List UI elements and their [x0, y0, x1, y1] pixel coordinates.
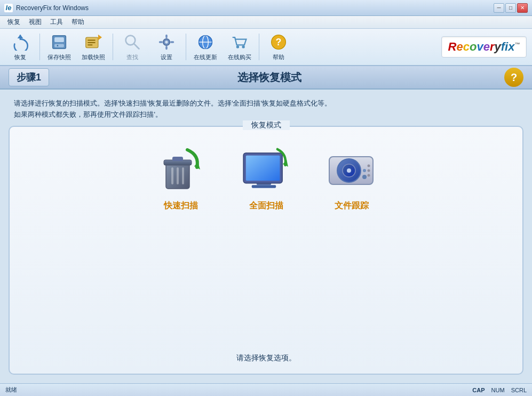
svg-point-42	[362, 175, 367, 179]
menu-help[interactable]: 帮助	[67, 17, 89, 28]
status-text: 就绪	[5, 386, 472, 394]
menu-restore[interactable]: 恢复	[3, 17, 25, 28]
svg-point-44	[367, 165, 370, 167]
toolbar-restore-button[interactable]: 恢复	[4, 31, 36, 63]
help-icon: ?	[269, 33, 288, 52]
svg-line-11	[134, 44, 139, 49]
full-scan-label: 全面扫描	[249, 200, 283, 212]
svg-text:?: ?	[276, 37, 282, 47]
close-button[interactable]: ✕	[517, 3, 528, 13]
svg-rect-14	[165, 35, 168, 38]
buy-icon	[230, 33, 249, 52]
settings-icon	[157, 33, 176, 52]
svg-point-22	[236, 45, 239, 48]
sep3	[186, 34, 186, 60]
menu-view[interactable]: 视图	[25, 17, 46, 28]
toolbar-find-label: 查找	[126, 53, 138, 61]
maximize-button[interactable]: □	[505, 3, 516, 13]
svg-rect-36	[245, 155, 280, 180]
quick-scan-icon	[154, 146, 208, 194]
file-trace-option[interactable]: 文件跟踪	[325, 146, 378, 212]
restore-icon	[11, 33, 30, 52]
svg-rect-34	[251, 185, 275, 188]
step-title: 选择恢复模式	[58, 70, 481, 85]
description-line2: 如果两种模式都失败，那再使用'文件跟踪扫描'。	[14, 110, 162, 118]
bottom-text: 请选择恢复选项。	[18, 347, 514, 365]
toolbar-load-snapshot-label: 加载快照	[82, 53, 105, 61]
svg-point-46	[367, 174, 370, 177]
step-number: 步骤1	[9, 68, 49, 86]
status-indicators: CAP NUM SCRL	[472, 387, 527, 393]
toolbar-load-snapshot-button[interactable]: 加载快照	[77, 31, 109, 63]
toolbar-help-label: 帮助	[273, 53, 284, 61]
panel-title: 恢复模式	[243, 120, 290, 130]
toolbar-buy-button[interactable]: 在线购买	[224, 31, 256, 63]
save-snapshot-icon	[50, 33, 69, 52]
toolbar-help-button[interactable]: ? 帮助	[263, 31, 295, 63]
menu-tools[interactable]: 工具	[46, 17, 67, 28]
toolbar-find-button[interactable]: 查找	[116, 31, 148, 63]
menu-bar: 恢复 视图 工具 帮助	[0, 16, 532, 29]
svg-rect-4	[57, 45, 59, 46]
svg-rect-16	[159, 41, 163, 43]
svg-point-23	[242, 45, 244, 48]
toolbar-save-snapshot-button[interactable]: 保存快照	[43, 31, 75, 63]
quick-scan-option[interactable]: 快速扫描	[154, 146, 208, 212]
app-icon: Ie	[4, 4, 13, 12]
recovery-options: 快速扫描	[18, 135, 514, 347]
toolbar-update-label: 在线更新	[194, 53, 217, 61]
toolbar-settings-label: 设置	[161, 53, 172, 61]
window-controls: ─ □ ✕	[494, 3, 528, 13]
file-trace-icon	[325, 146, 378, 194]
sep1	[39, 34, 40, 60]
num-indicator: NUM	[491, 387, 505, 393]
toolbar-save-snapshot-label: 保存快照	[47, 53, 71, 61]
svg-point-13	[165, 41, 168, 43]
scrl-indicator: SCRL	[511, 387, 527, 393]
toolbar-buy-label: 在线购买	[228, 53, 251, 61]
description-line1: 请选择进行恢复的扫描模式。选择'快速扫描'恢复最近删除的文件。选择'全面扫描'恢…	[14, 99, 331, 107]
quick-scan-label: 快速扫描	[164, 200, 198, 212]
svg-marker-6	[98, 35, 102, 41]
status-bar: 就绪 CAP NUM SCRL	[0, 383, 532, 396]
svg-point-41	[347, 168, 351, 173]
svg-rect-3	[54, 44, 64, 47]
svg-marker-0	[18, 35, 23, 38]
file-trace-label: 文件跟踪	[335, 200, 369, 212]
app-logo: Recoveryfix™	[441, 31, 527, 62]
window-title: RecoveryFix for Windows	[16, 4, 494, 12]
toolbar-restore-label: 恢复	[14, 53, 26, 61]
svg-rect-15	[165, 46, 168, 50]
recovery-panel: 恢复模式	[9, 126, 523, 375]
sep4	[259, 34, 259, 60]
toolbar-settings-button[interactable]: 设置	[150, 31, 182, 63]
main-content: 请选择进行恢复的扫描模式。选择'快速扫描'恢复最近删除的文件。选择'全面扫描'恢…	[0, 90, 532, 383]
find-icon	[123, 33, 142, 52]
svg-point-45	[367, 169, 370, 172]
cap-indicator: CAP	[472, 387, 485, 393]
toolbar-update-button[interactable]: 在线更新	[189, 31, 221, 63]
full-scan-option[interactable]: 全面扫描	[240, 146, 293, 212]
svg-rect-2	[54, 37, 64, 42]
toolbar: 恢复 保存快照 加载快照	[0, 29, 532, 66]
title-bar: Ie RecoveryFix for Windows ─ □ ✕	[0, 0, 532, 16]
svg-point-43	[363, 169, 366, 172]
sep2	[113, 34, 113, 60]
minimize-button[interactable]: ─	[494, 3, 504, 13]
load-snapshot-icon	[84, 33, 103, 52]
description: 请选择进行恢复的扫描模式。选择'快速扫描'恢复最近删除的文件。选择'全面扫描'恢…	[9, 98, 523, 120]
full-scan-icon	[240, 146, 293, 194]
step-help-button[interactable]: ?	[504, 68, 523, 87]
step-header: 步骤1 选择恢复模式 ?	[0, 66, 532, 90]
update-icon	[196, 33, 215, 52]
svg-rect-28	[172, 157, 183, 161]
svg-rect-17	[170, 41, 174, 43]
